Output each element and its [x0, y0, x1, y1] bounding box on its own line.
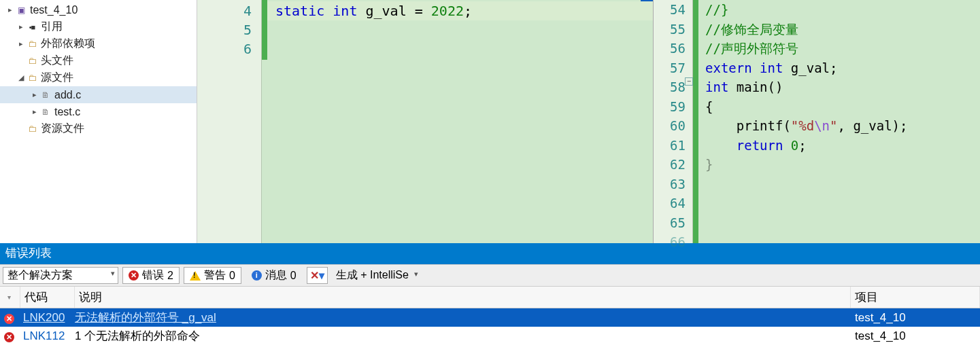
tree-label: 头文件	[41, 54, 73, 68]
keyword: int	[333, 3, 357, 19]
row-proj: test_4_10	[851, 329, 980, 343]
messages-label: 消息	[265, 268, 287, 283]
line-number: 60	[654, 116, 686, 136]
warnings-label: 警告	[204, 268, 226, 283]
code-editor-left[interactable]: 4 5 6 static int g_val = 2022;	[197, 0, 654, 243]
row-code: LNK112	[20, 329, 75, 343]
code-line[interactable]: //修饰全局变量	[693, 20, 980, 39]
expand-icon[interactable]: ▸	[30, 107, 39, 116]
string-literal: "	[830, 118, 837, 133]
references-icon: •■	[26, 23, 38, 31]
line-number: 4	[197, 1, 252, 20]
project-icon: ▣	[15, 5, 27, 15]
error-icon: ✕	[4, 314, 14, 324]
header-code[interactable]: 代码	[20, 287, 75, 308]
comment: //}	[705, 2, 728, 17]
code-line[interactable]: return 0;	[693, 136, 980, 156]
info-icon: i	[252, 270, 262, 281]
line-number: 6	[197, 39, 252, 58]
code-body[interactable]: //} //修饰全局变量 //声明外部符号 extern int g_val; …	[693, 0, 980, 243]
scope-dropdown[interactable]: 整个解决方案	[3, 267, 118, 284]
keyword: int	[760, 60, 783, 75]
expand-icon[interactable]: ▸	[16, 22, 26, 31]
header-icon-col[interactable]: ▾	[0, 287, 20, 308]
code-line[interactable]: printf("%d\n", g_val);	[693, 116, 980, 136]
keyword: static	[275, 3, 324, 19]
line-number: 66	[654, 232, 686, 252]
keyword: return	[737, 138, 783, 153]
tree-node-resources[interactable]: 🗀 资源文件	[0, 120, 197, 137]
solution-explorer[interactable]: ▸ ▣ test_4_10 ▸ •■ 引用 ▸ 🗀 外部依赖项 🗀 头文件 ◢ …	[0, 0, 197, 243]
number-literal: 0	[791, 138, 798, 153]
tree-node-sources[interactable]: ◢ 🗀 源文件	[0, 69, 197, 86]
row-icon: ✕	[0, 329, 20, 343]
line-number: 61	[654, 136, 686, 156]
code-text: g_val =	[357, 3, 430, 19]
source-dropdown[interactable]: 生成 + IntelliSe	[332, 268, 420, 283]
line-gutter: 54 55 56 57 58 59 60 61 62 63 64 65 66	[654, 0, 693, 243]
folder-icon: 🗀	[26, 56, 38, 66]
code-line[interactable]: //声明外部符号	[693, 39, 980, 58]
comment: //声明外部符号	[705, 41, 798, 56]
line-number: 56	[654, 39, 686, 58]
line-number: 54	[654, 0, 686, 20]
tree-node-headers[interactable]: 🗀 头文件	[0, 52, 197, 69]
expand-icon[interactable]: ▸	[5, 5, 15, 14]
tree-node-external-deps[interactable]: ▸ 🗀 外部依赖项	[0, 35, 197, 52]
expand-icon[interactable]: ▸	[16, 39, 26, 48]
folder-icon: 🗀	[26, 39, 38, 49]
code-body[interactable]: static int g_val = 2022;	[262, 0, 653, 243]
header-desc[interactable]: 说明	[75, 287, 851, 308]
keyword: int	[705, 79, 728, 94]
code-text: ;	[464, 3, 472, 19]
errors-filter-button[interactable]: ✕ 错误 2	[122, 267, 180, 284]
error-grid: ▾ 代码 说明 项目 ✕ LNK200 无法解析的外部符号 _g_val tes…	[0, 287, 980, 360]
code-line[interactable]: }	[693, 155, 980, 175]
row-proj: test_4_10	[851, 311, 980, 325]
error-row[interactable]: ✕ LNK200 无法解析的外部符号 _g_val test_4_10	[0, 308, 980, 327]
editor-area: ▸ ▣ test_4_10 ▸ •■ 引用 ▸ 🗀 外部依赖项 🗀 头文件 ◢ …	[0, 0, 980, 243]
row-code: LNK200	[20, 311, 75, 325]
header-proj[interactable]: 项目	[851, 287, 980, 308]
code-line[interactable]: extern int g_val;	[693, 58, 980, 78]
folder-icon: 🗀	[26, 73, 38, 83]
string-literal: "%d	[791, 118, 814, 133]
error-icon: ✕	[129, 270, 139, 281]
tree-node-add-c[interactable]: ▸ 🗎 add.c	[0, 86, 197, 103]
tree-node-project[interactable]: ▸ ▣ test_4_10	[0, 1, 197, 18]
line-number: 62	[654, 155, 686, 175]
tree-node-references[interactable]: ▸ •■ 引用	[0, 18, 197, 35]
code-editor-right[interactable]: 54 55 56 57 58 59 60 61 62 63 64 65 66 /…	[654, 0, 980, 243]
escape-seq: \n	[814, 118, 830, 133]
tree-label: 源文件	[41, 71, 73, 85]
clear-filter-button[interactable]: ✕▾	[307, 267, 328, 284]
messages-filter-button[interactable]: i 消息 0	[246, 267, 303, 284]
error-row[interactable]: ✕ LNK112 1 个无法解析的外部命令 test_4_10	[0, 327, 980, 345]
tree-label: test_4_10	[30, 4, 78, 16]
comment: //修饰全局变量	[705, 22, 798, 37]
tree-node-test-c[interactable]: ▸ 🗎 test.c	[0, 103, 197, 120]
collapse-icon[interactable]: ◢	[16, 73, 26, 82]
c-file-icon: 🗎	[39, 90, 52, 100]
error-list-title[interactable]: 错误列表	[0, 243, 980, 264]
fold-collapse-icon[interactable]: −	[685, 77, 693, 86]
scope-value: 整个解决方案	[7, 269, 73, 281]
tree-label: 引用	[41, 20, 63, 34]
clear-filter-icon: ✕▾	[310, 270, 324, 281]
code-line[interactable]: {	[693, 97, 980, 117]
change-marker	[693, 0, 698, 243]
warnings-filter-button[interactable]: 警告 0	[184, 267, 241, 284]
messages-count: 0	[290, 270, 297, 282]
expand-icon[interactable]: ▸	[30, 90, 39, 99]
code-text	[783, 138, 790, 153]
error-list-toolbar: 整个解决方案 ✕ 错误 2 警告 0 i 消息 0 ✕▾ 生成 + Intell…	[0, 264, 980, 287]
code-line[interactable]: //}	[693, 0, 980, 20]
grid-header[interactable]: ▾ 代码 说明 项目	[0, 287, 980, 308]
number-literal: 2022	[431, 3, 464, 19]
code-line[interactable]: static int g_val = 2022;	[262, 1, 653, 20]
errors-count: 2	[167, 270, 173, 282]
code-text: ;	[798, 138, 806, 153]
code-line[interactable]: −int main()	[693, 77, 980, 97]
code-text: {	[705, 99, 713, 114]
source-value: 生成 + IntelliSe	[336, 269, 409, 281]
